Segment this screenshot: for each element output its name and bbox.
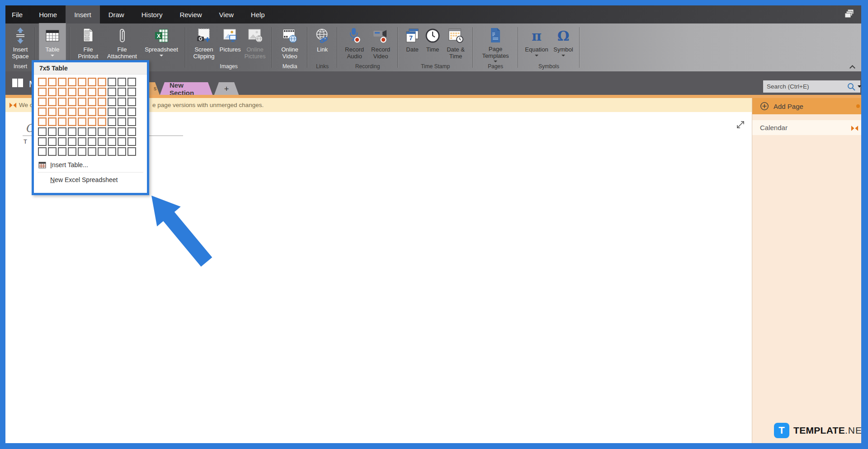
- table-grid-cell[interactable]: [108, 117, 116, 126]
- menu-draw[interactable]: Draw: [100, 5, 133, 23]
- menu-review[interactable]: Review: [171, 5, 210, 23]
- add-page-button[interactable]: Add Page: [752, 98, 861, 114]
- table-grid-cell[interactable]: [88, 108, 96, 116]
- table-grid-cell[interactable]: [88, 127, 96, 136]
- table-grid-cell[interactable]: [98, 147, 106, 156]
- insert-table-menu-item[interactable]: Insert Table...: [34, 159, 147, 171]
- table-grid-cell[interactable]: [78, 108, 86, 116]
- table-grid-cell[interactable]: [58, 127, 66, 136]
- table-grid-cell[interactable]: [38, 117, 47, 126]
- table-grid-cell[interactable]: [98, 117, 106, 126]
- table-grid-cell[interactable]: [48, 98, 57, 106]
- table-grid-cell[interactable]: [58, 147, 66, 156]
- table-grid-cell[interactable]: [58, 78, 66, 86]
- table-grid-cell[interactable]: [38, 137, 47, 146]
- table-grid-cell[interactable]: [58, 98, 66, 106]
- table-grid-cell[interactable]: [38, 88, 47, 96]
- record-video-button[interactable]: Record Video: [368, 23, 394, 62]
- table-grid-cell[interactable]: [58, 137, 66, 146]
- table-grid-cell[interactable]: [78, 127, 86, 136]
- table-button[interactable]: Table: [39, 23, 66, 62]
- table-grid-cell[interactable]: [88, 147, 96, 156]
- online-video-button[interactable]: Online Video: [276, 23, 303, 62]
- date-button[interactable]: 7 Date: [402, 23, 423, 62]
- table-grid-cell[interactable]: [48, 78, 57, 86]
- table-grid-cell[interactable]: [48, 108, 57, 116]
- table-grid-cell[interactable]: [38, 98, 47, 106]
- table-grid-cell[interactable]: [127, 117, 136, 126]
- file-printout-button[interactable]: File Printout: [74, 23, 103, 62]
- date-and-time-button[interactable]: Date & Time: [443, 23, 469, 62]
- spreadsheet-button[interactable]: X Spreadsheet: [142, 23, 181, 62]
- symbol-button[interactable]: Ω Symbol: [551, 23, 576, 62]
- table-grid-cell[interactable]: [68, 108, 76, 116]
- page-templates-button[interactable]: Page Templates: [477, 23, 514, 62]
- table-grid-cell[interactable]: [108, 108, 116, 116]
- table-grid-cell[interactable]: [78, 117, 86, 126]
- table-grid-cell[interactable]: [127, 108, 136, 116]
- table-grid-cell[interactable]: [118, 147, 126, 156]
- menu-help[interactable]: Help: [242, 5, 274, 23]
- table-grid-cell[interactable]: [48, 137, 57, 146]
- link-button[interactable]: Link: [311, 23, 333, 62]
- table-grid-cell[interactable]: [88, 117, 96, 126]
- table-grid-cell[interactable]: [38, 78, 47, 86]
- time-button[interactable]: Time: [423, 23, 443, 62]
- table-grid-cell[interactable]: [68, 137, 76, 146]
- table-grid-cell[interactable]: [68, 147, 76, 156]
- table-grid-cell[interactable]: [78, 98, 86, 106]
- table-grid-cell[interactable]: [58, 108, 66, 116]
- table-grid-cell[interactable]: [118, 88, 126, 96]
- table-grid-cell[interactable]: [38, 108, 47, 116]
- table-grid-cell[interactable]: [108, 88, 116, 96]
- equation-button[interactable]: π Equation: [522, 23, 551, 62]
- table-grid-cell[interactable]: [118, 137, 126, 146]
- table-grid-cell[interactable]: [127, 147, 136, 156]
- pages-stack-icon[interactable]: [843, 5, 861, 23]
- menu-file[interactable]: File: [5, 5, 30, 23]
- table-grid-cell[interactable]: [118, 108, 126, 116]
- table-grid-cell[interactable]: [118, 127, 126, 136]
- table-grid-cell[interactable]: [118, 117, 126, 126]
- table-grid-cell[interactable]: [48, 127, 57, 136]
- table-grid-cell[interactable]: [48, 88, 57, 96]
- table-grid-cell[interactable]: [68, 98, 76, 106]
- table-grid-cell[interactable]: [68, 127, 76, 136]
- table-grid-cell[interactable]: [68, 117, 76, 126]
- table-grid-cell[interactable]: [48, 117, 57, 126]
- table-grid-cell[interactable]: [88, 88, 96, 96]
- table-grid-cell[interactable]: [78, 137, 86, 146]
- table-grid-cell[interactable]: [38, 127, 47, 136]
- table-grid-cell[interactable]: [108, 78, 116, 86]
- insert-space-button[interactable]: Insert Space: [9, 23, 31, 62]
- table-grid-cell[interactable]: [98, 127, 106, 136]
- table-grid-cell[interactable]: [78, 88, 86, 96]
- table-grid-cell[interactable]: [98, 108, 106, 116]
- menu-insert[interactable]: Insert: [66, 5, 100, 23]
- table-grid-cell[interactable]: [88, 78, 96, 86]
- collapse-ribbon-icon[interactable]: [849, 65, 855, 71]
- table-size-grid[interactable]: [34, 75, 147, 159]
- file-attachment-button[interactable]: File Attachment: [103, 23, 142, 62]
- record-audio-button[interactable]: Record Audio: [341, 23, 368, 62]
- table-grid-cell[interactable]: [48, 147, 57, 156]
- table-grid-cell[interactable]: [78, 78, 86, 86]
- full-page-view-icon[interactable]: [736, 120, 745, 130]
- table-grid-cell[interactable]: [98, 98, 106, 106]
- table-grid-cell[interactable]: [127, 127, 136, 136]
- add-section-tab[interactable]: +: [214, 82, 239, 96]
- search-icon[interactable]: [847, 82, 856, 91]
- table-grid-cell[interactable]: [98, 88, 106, 96]
- pictures-button[interactable]: Pictures: [218, 23, 242, 62]
- table-grid-cell[interactable]: [68, 88, 76, 96]
- table-grid-cell[interactable]: [127, 78, 136, 86]
- table-grid-cell[interactable]: [88, 137, 96, 146]
- table-grid-cell[interactable]: [58, 117, 66, 126]
- table-grid-cell[interactable]: [108, 147, 116, 156]
- table-grid-cell[interactable]: [108, 127, 116, 136]
- menu-home[interactable]: Home: [30, 5, 66, 23]
- table-grid-cell[interactable]: [38, 147, 47, 156]
- table-grid-cell[interactable]: [68, 78, 76, 86]
- table-grid-cell[interactable]: [127, 88, 136, 96]
- section-tab-new-section[interactable]: New Section: [160, 82, 213, 96]
